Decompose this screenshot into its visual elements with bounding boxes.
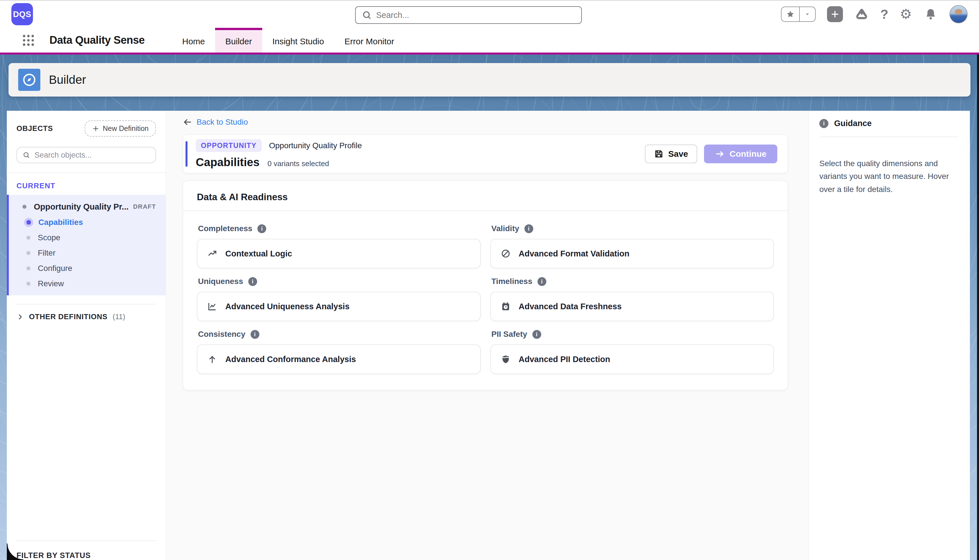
dimension-consistency: Consistency i Advanced Conformance Analy… xyxy=(197,321,481,374)
info-icon[interactable]: i xyxy=(250,330,259,339)
builder-main-panel: Back to Studio OPPORTUNITY Opportunity Q… xyxy=(166,111,808,560)
header-actions: ? ⚙ xyxy=(781,5,967,23)
favorites-combo-button[interactable] xyxy=(781,7,816,22)
tab-home[interactable]: Home xyxy=(172,28,215,53)
global-search-input[interactable] xyxy=(376,10,575,20)
builder-app-icon xyxy=(18,69,40,91)
other-definitions-label: OTHER DEFINITIONS xyxy=(29,312,108,321)
compass-icon xyxy=(21,72,37,88)
step-dot xyxy=(27,267,30,270)
app-navigation: Data Quality Sense Home Builder Insight … xyxy=(0,28,979,55)
favorites-button[interactable] xyxy=(782,7,799,21)
objects-search-input[interactable] xyxy=(34,151,150,160)
continue-button[interactable]: Continue xyxy=(704,145,777,163)
guidance-title: Guidance xyxy=(834,119,872,128)
step-dot xyxy=(27,236,30,240)
back-to-studio-link[interactable]: Back to Studio xyxy=(183,118,248,127)
ban-icon xyxy=(500,248,511,259)
sidebar-step-configure[interactable]: Configure xyxy=(9,261,166,276)
tab-insight-studio[interactable]: Insight Studio xyxy=(262,28,334,53)
current-definition-block: Opportunity Quality Pr... DRAFT Capabili… xyxy=(7,195,166,295)
screen-corner xyxy=(7,543,23,560)
app-name: Data Quality Sense xyxy=(50,34,145,46)
sidebar-title: OBJECTS xyxy=(17,124,53,133)
variants-selected-count: 0 variants selected xyxy=(268,159,329,168)
definition-name: Opportunity Quality Profile xyxy=(269,141,362,150)
new-definition-label: New Definition xyxy=(103,124,148,133)
guidance-panel: i Guidance Select the quality dimensions… xyxy=(808,111,970,560)
favorites-dropdown-button[interactable] xyxy=(799,7,815,21)
step-title: Capabilities xyxy=(196,156,260,169)
step-dot xyxy=(27,282,30,286)
setup-gear-button[interactable]: ⚙ xyxy=(900,7,912,21)
variant-tile-advanced-conformance-analysis[interactable]: Advanced Conformance Analysis xyxy=(197,345,481,374)
app-logo[interactable]: DQS xyxy=(12,3,33,25)
current-definition-name: Opportunity Quality Pr... xyxy=(34,202,129,212)
dimension-label: Validity xyxy=(492,224,519,233)
variant-tile-advanced-uniqueness-analysis[interactable]: Advanced Uniqueness Analysis xyxy=(197,292,481,321)
info-icon[interactable]: i xyxy=(532,330,541,339)
guidance-text: Select the quality dimensions and varian… xyxy=(819,157,959,196)
divider xyxy=(17,304,156,304)
readiness-card: Data & AI Readiness Completeness i Conte… xyxy=(183,181,788,390)
plus-icon xyxy=(830,9,840,19)
dimension-label: PII Safety xyxy=(492,330,527,339)
info-icon[interactable]: i xyxy=(248,277,257,286)
dimension-label: Uniqueness xyxy=(198,277,243,286)
dimension-pii-safety: PII Safety i Advanced PII Detection xyxy=(490,321,774,374)
shield-icon xyxy=(500,354,511,364)
variant-tile-advanced-data-freshness[interactable]: Advanced Data Freshness xyxy=(490,292,774,321)
sidebar-step-capabilities[interactable]: Capabilities xyxy=(9,215,166,230)
trending-up-icon xyxy=(207,248,217,259)
search-icon xyxy=(362,10,372,20)
global-search[interactable] xyxy=(355,6,582,24)
info-icon[interactable]: i xyxy=(537,277,546,286)
star-icon xyxy=(786,10,795,18)
tab-builder[interactable]: Builder xyxy=(215,28,262,53)
step-dot xyxy=(27,251,30,255)
sidebar-step-filter[interactable]: Filter xyxy=(9,245,166,261)
current-definition-item[interactable]: Opportunity Quality Pr... DRAFT xyxy=(9,199,166,215)
info-icon[interactable]: i xyxy=(524,224,533,233)
app-launcher-button[interactable] xyxy=(20,32,37,48)
save-icon xyxy=(654,149,664,159)
save-button[interactable]: Save xyxy=(645,145,697,163)
divider xyxy=(17,540,156,541)
add-button[interactable] xyxy=(827,6,843,22)
other-definitions-toggle[interactable]: OTHER DEFINITIONS (11) xyxy=(17,312,156,321)
line-chart-icon xyxy=(207,301,217,312)
status-dot xyxy=(22,205,27,209)
caret-down-icon xyxy=(804,11,811,17)
user-avatar[interactable] xyxy=(949,5,967,23)
page-header: Builder xyxy=(8,63,971,97)
waffle-icon xyxy=(21,33,36,48)
sidebar-step-scope[interactable]: Scope xyxy=(9,230,166,245)
search-icon xyxy=(23,151,30,159)
new-definition-button[interactable]: New Definition xyxy=(85,120,156,137)
trailhead-icon xyxy=(855,7,869,21)
info-icon[interactable]: i xyxy=(257,224,266,233)
objects-search[interactable] xyxy=(17,147,156,163)
tab-error-monitor[interactable]: Error Monitor xyxy=(334,28,404,53)
trailhead-button[interactable] xyxy=(854,7,869,22)
dimension-label: Timeliness xyxy=(492,277,532,286)
help-button[interactable]: ? xyxy=(881,7,888,22)
dimension-label: Consistency xyxy=(198,330,245,339)
divider xyxy=(7,172,166,173)
variant-tile-contextual-logic[interactable]: Contextual Logic xyxy=(197,239,481,268)
draft-badge: DRAFT xyxy=(133,203,156,210)
calendar-clock-icon xyxy=(500,301,511,312)
arrow-up-icon xyxy=(207,354,217,364)
variant-tile-advanced-pii-detection[interactable]: Advanced PII Detection xyxy=(490,345,774,374)
dimension-label: Completeness xyxy=(198,224,252,233)
other-definitions-count: (11) xyxy=(113,312,125,321)
dimension-grid: Completeness i Contextual Logic Validity… xyxy=(183,211,787,390)
notifications-button[interactable] xyxy=(923,7,938,22)
variant-tile-advanced-format-validation[interactable]: Advanced Format Validation xyxy=(490,239,774,268)
dimension-timeliness: Timeliness i A xyxy=(490,268,774,321)
sidebar-footer: FILTER BY STATUS xyxy=(7,540,166,560)
sidebar-step-review[interactable]: Review xyxy=(9,276,166,292)
readiness-card-title: Data & AI Readiness xyxy=(183,181,787,211)
bell-icon xyxy=(924,7,937,21)
object-type-badge: OPPORTUNITY xyxy=(196,139,262,152)
